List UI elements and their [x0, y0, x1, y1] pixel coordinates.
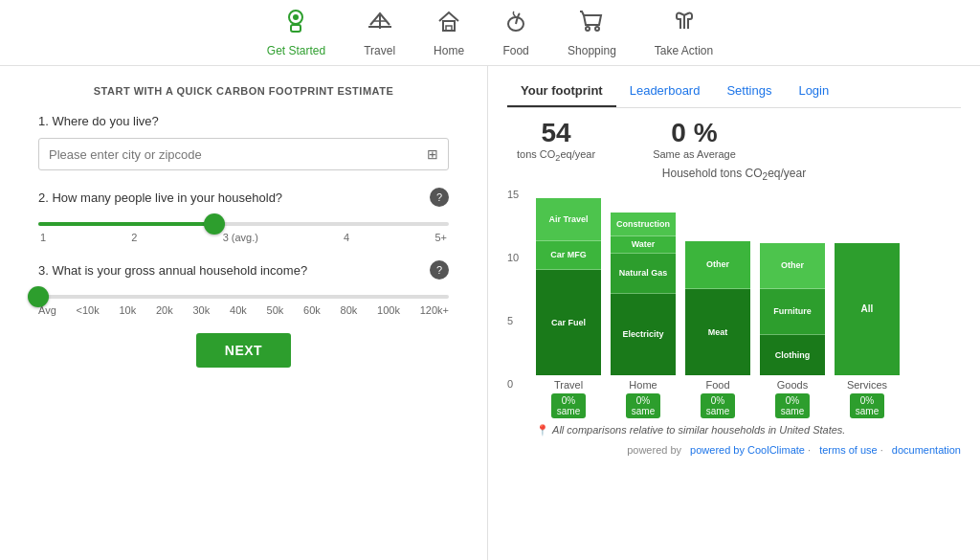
q3-label: 3. What is your gross annual household i…	[38, 263, 307, 278]
nav-travel-label: Travel	[364, 44, 395, 57]
question-2: 2. How many people live in your househol…	[38, 188, 449, 243]
total-emissions-sub: tons CO2eq/year	[517, 148, 595, 163]
seg-car-mfg: Car MFG	[536, 241, 601, 270]
svg-rect-4	[446, 26, 452, 31]
q2-help-button[interactable]: ?	[430, 188, 449, 207]
pin-icon: 📍	[536, 424, 549, 436]
nav-get-started-label: Get Started	[267, 44, 325, 57]
percent-avg-stat: 0 % Same as Average	[653, 118, 736, 163]
svg-point-6	[586, 27, 590, 31]
seg-car-fuel: Car Fuel	[536, 270, 601, 375]
income-label-50k: 50k	[267, 304, 284, 316]
bars-group: Air Travel Car MFG Car Fuel Travel 0%sam…	[536, 217, 900, 418]
main-nav: Get Started Travel Home	[0, 0, 980, 66]
left-panel: START WITH A QUICK CARBON FOOTPRINT ESTI…	[0, 66, 488, 560]
slider-label-1: 1	[40, 232, 46, 243]
slider-label-2: 2	[131, 232, 137, 243]
nav-home-label: Home	[434, 44, 464, 57]
total-emissions-value: 54	[517, 118, 595, 148]
stats-row: 54 tons CO2eq/year 0 % Same as Average	[507, 118, 961, 163]
nav-get-started[interactable]: Get Started	[267, 8, 325, 57]
seg-construction: Construction	[611, 213, 676, 236]
svg-point-7	[595, 27, 599, 31]
seg-furniture: Furniture	[760, 289, 825, 335]
svg-rect-1	[291, 25, 301, 32]
tab-leaderboard[interactable]: Leaderboard	[616, 76, 714, 107]
q2-label: 2. How many people live in your househol…	[38, 190, 282, 205]
bar-services-label: Services	[847, 379, 887, 391]
tab-settings[interactable]: Settings	[713, 76, 785, 107]
bar-goods-label: Goods	[777, 379, 808, 391]
home-icon	[435, 8, 462, 40]
income-label-100k: 100k	[377, 304, 400, 316]
income-label-120k: 120k+	[420, 304, 449, 316]
seg-food-other: Other	[685, 241, 750, 289]
nav-shopping[interactable]: Shopping	[568, 8, 616, 57]
left-title: START WITH A QUICK CARBON FOOTPRINT ESTI…	[38, 85, 449, 97]
seg-clothing: Clothing	[760, 335, 825, 375]
nav-take-action-label: Take Action	[655, 44, 713, 57]
bar-home: Construction Water Natural Gas Electrici…	[611, 184, 676, 418]
badge-food: 0%same	[701, 393, 735, 418]
income-label-30k: 30k	[193, 304, 211, 316]
slider-label-5: 5+	[434, 232, 447, 243]
city-input[interactable]	[49, 147, 399, 162]
q1-label: 1. Where do you live?	[38, 114, 159, 128]
terms-link[interactable]: terms of use	[819, 444, 878, 456]
seg-water: Water	[611, 236, 676, 254]
seg-goods-other: Other	[760, 243, 825, 289]
nav-food[interactable]: Food	[502, 8, 529, 57]
badge-travel: 0%same	[551, 393, 586, 418]
percent-avg-sub: Same as Average	[653, 148, 736, 160]
tab-your-footprint[interactable]: Your footprint	[507, 76, 616, 107]
seg-natural-gas: Natural Gas	[611, 254, 676, 294]
percent-avg-value: 0 %	[653, 118, 736, 148]
get-started-icon	[282, 8, 309, 40]
powered-by: powered by	[627, 444, 684, 456]
income-label-80k: 80k	[341, 304, 358, 316]
y-label-15: 15	[507, 189, 519, 200]
income-label-20k: 20k	[156, 304, 173, 316]
map-pin-icon: ⊞	[427, 146, 438, 162]
seg-meat: Meat	[685, 289, 750, 375]
travel-icon	[367, 8, 393, 40]
badge-services: 0%same	[850, 393, 884, 418]
question-1: 1. Where do you live? ⊞	[38, 114, 449, 170]
nav-shopping-label: Shopping	[568, 44, 616, 57]
y-label-0: 0	[507, 378, 519, 390]
household-slider[interactable]: 1 2 3 (avg.) 4 5+	[38, 222, 449, 243]
bar-goods: Other Furniture Clothing Goods 0%same	[760, 184, 825, 418]
bar-home-label: Home	[629, 379, 657, 391]
y-label-5: 5	[507, 315, 519, 326]
footer-links: powered by powered by CoolClimate · term…	[507, 444, 961, 456]
nav-home[interactable]: Home	[434, 8, 464, 57]
nav-travel[interactable]: Travel	[364, 8, 395, 57]
tabs-bar: Your footprint Leaderboard Settings Logi…	[507, 76, 961, 108]
y-label-10: 10	[507, 252, 519, 263]
badge-goods: 0%same	[775, 393, 810, 418]
tab-login[interactable]: Login	[785, 76, 842, 107]
income-label-10k2: 10k	[119, 304, 136, 316]
shopping-icon	[578, 8, 605, 40]
bar-food-label: Food	[705, 379, 729, 391]
income-label-60k: 60k	[303, 304, 321, 316]
bar-food: Other Meat Food 0%same	[685, 184, 750, 418]
docs-link[interactable]: documentation	[892, 444, 961, 456]
take-action-icon	[671, 8, 698, 40]
income-label-40k: 40k	[230, 304, 247, 316]
bar-travel: Air Travel Car MFG Car Fuel Travel 0%sam…	[536, 184, 601, 418]
q3-help-button[interactable]: ?	[430, 260, 449, 280]
city-input-container[interactable]: ⊞	[38, 138, 449, 170]
coolclimate-link[interactable]: powered by CoolClimate	[690, 444, 805, 456]
chart-area: 15 10 5 0 Air Travel Car MFG Car Fuel Tr…	[507, 189, 961, 418]
bar-travel-label: Travel	[554, 379, 583, 391]
slider-label-4: 4	[344, 232, 349, 243]
next-button[interactable]: NEXT	[196, 333, 291, 368]
income-slider[interactable]: Avg <10k 10k 20k 30k 40k 50k 60k 80k 100…	[38, 295, 449, 316]
bar-services: All Services 0%same	[835, 184, 900, 418]
comparison-note: 📍 All comparisons relative to similar ho…	[507, 424, 961, 437]
nav-take-action[interactable]: Take Action	[655, 8, 713, 57]
badge-home: 0%same	[626, 393, 660, 418]
seg-air-travel: Air Travel	[536, 198, 601, 241]
chart-title: Household tons CO2eq/year	[507, 167, 961, 182]
